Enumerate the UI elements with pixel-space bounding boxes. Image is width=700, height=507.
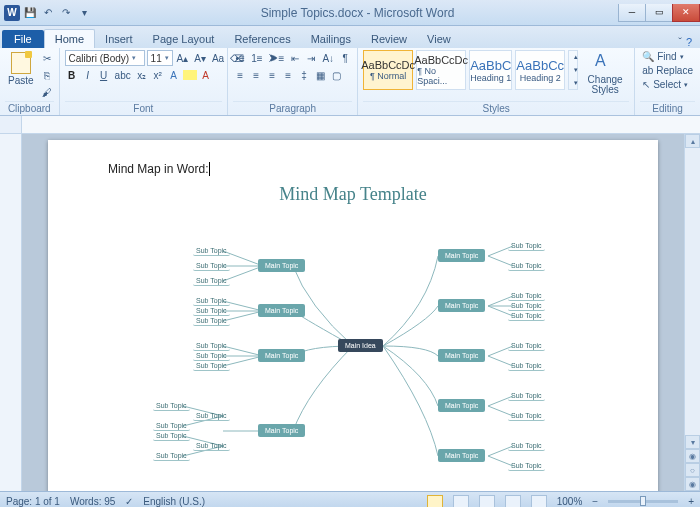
node-sub[interactable]: Sub Topic	[508, 441, 545, 451]
tab-view[interactable]: View	[417, 30, 461, 48]
node-sub[interactable]: Sub Topic	[193, 246, 230, 256]
node-sub[interactable]: Sub Topic	[508, 291, 545, 301]
format-painter-icon[interactable]: 🖌	[40, 84, 54, 100]
view-web-layout[interactable]	[479, 495, 495, 508]
scroll-down-icon[interactable]: ▾	[685, 435, 700, 449]
next-page-icon[interactable]: ◉	[685, 477, 700, 491]
zoom-level[interactable]: 100%	[557, 496, 583, 507]
node-main[interactable]: Main Topic	[438, 249, 485, 262]
tab-file[interactable]: File	[2, 30, 44, 48]
diagram-title[interactable]: Mind Map Template	[108, 184, 598, 205]
font-family-combo[interactable]: Calibri (Body)▾	[65, 50, 145, 66]
highlight-icon[interactable]	[183, 70, 197, 80]
cut-icon[interactable]: ✂	[40, 50, 54, 66]
node-sub[interactable]: Sub Topic	[193, 296, 230, 306]
bullets-icon[interactable]: •≡	[233, 50, 247, 66]
ruler-horizontal[interactable]	[0, 116, 700, 134]
style-heading-1[interactable]: AaBbCHeading 1	[469, 50, 512, 90]
node-main[interactable]: Main Topic	[258, 349, 305, 362]
node-sub[interactable]: Sub Topic	[508, 261, 545, 271]
tab-references[interactable]: References	[224, 30, 300, 48]
zoom-slider[interactable]	[608, 500, 678, 503]
grow-font-icon[interactable]: A▴	[175, 50, 191, 66]
decrease-indent-icon[interactable]: ⇤	[288, 50, 302, 66]
view-draft[interactable]	[531, 495, 547, 508]
underline-button[interactable]: U	[97, 67, 111, 83]
strikethrough-icon[interactable]: abc	[113, 67, 133, 83]
node-main[interactable]: Main Topic	[258, 259, 305, 272]
font-color-icon[interactable]: A	[199, 67, 213, 83]
document-heading[interactable]: Mind Map in Word:	[108, 162, 598, 176]
font-size-combo[interactable]: 11▾	[147, 50, 173, 66]
status-page[interactable]: Page: 1 of 1	[6, 496, 60, 507]
node-sub[interactable]: Sub Topic	[153, 431, 190, 441]
style-normal[interactable]: AaBbCcDc¶ Normal	[363, 50, 413, 90]
status-language[interactable]: English (U.S.)	[143, 496, 205, 507]
multilevel-icon[interactable]: ⮞≡	[267, 50, 287, 66]
borders-icon[interactable]: ▢	[329, 67, 343, 83]
node-main[interactable]: Main Topic	[438, 349, 485, 362]
node-sub[interactable]: Sub Topic	[153, 421, 190, 431]
superscript-icon[interactable]: x²	[151, 67, 165, 83]
node-sub[interactable]: Sub Topic	[153, 401, 190, 411]
find-button[interactable]: 🔍Find▾	[640, 50, 685, 63]
tab-mailings[interactable]: Mailings	[301, 30, 361, 48]
scroll-up-icon[interactable]: ▴	[685, 134, 700, 148]
node-sub[interactable]: Sub Topic	[508, 301, 545, 311]
node-main[interactable]: Main Topic	[258, 304, 305, 317]
align-center-icon[interactable]: ≡	[249, 67, 263, 83]
proofing-icon[interactable]: ✓	[125, 496, 133, 507]
ruler-vertical[interactable]	[0, 134, 22, 491]
style-no-spacing[interactable]: AaBbCcDc¶ No Spaci...	[416, 50, 466, 90]
node-sub[interactable]: Sub Topic	[193, 306, 230, 316]
node-sub[interactable]: Sub Topic	[508, 411, 545, 421]
tab-review[interactable]: Review	[361, 30, 417, 48]
close-button[interactable]: ✕	[672, 4, 700, 22]
node-main[interactable]: Main Topic	[438, 299, 485, 312]
replace-button[interactable]: abReplace	[640, 64, 695, 77]
node-sub[interactable]: Sub Topic	[508, 361, 545, 371]
change-styles-button[interactable]: A Change Styles	[581, 50, 629, 97]
style-heading-2[interactable]: AaBbCcHeading 2	[515, 50, 565, 90]
scrollbar-vertical[interactable]: ▴ ▾ ◉ ○ ◉	[684, 134, 700, 491]
minimize-button[interactable]: ─	[618, 4, 646, 22]
select-button[interactable]: ↖Select▾	[640, 78, 690, 91]
node-sub[interactable]: Sub Topic	[153, 451, 190, 461]
maximize-button[interactable]: ▭	[645, 4, 673, 22]
align-right-icon[interactable]: ≡	[265, 67, 279, 83]
node-sub[interactable]: Sub Topic	[508, 391, 545, 401]
sort-icon[interactable]: A↓	[320, 50, 336, 66]
status-words[interactable]: Words: 95	[70, 496, 115, 507]
tab-home[interactable]: Home	[44, 29, 95, 48]
node-center[interactable]: Main Idea	[338, 339, 383, 352]
node-sub[interactable]: Sub Topic	[508, 341, 545, 351]
numbering-icon[interactable]: 1≡	[249, 50, 264, 66]
node-sub[interactable]: Sub Topic	[193, 361, 230, 371]
page-scroll[interactable]: Mind Map in Word: Mind Map Template	[22, 134, 684, 491]
tab-insert[interactable]: Insert	[95, 30, 143, 48]
node-sub[interactable]: Sub Topic	[193, 411, 230, 421]
view-outline[interactable]	[505, 495, 521, 508]
tab-page-layout[interactable]: Page Layout	[143, 30, 225, 48]
node-sub[interactable]: Sub Topic	[193, 351, 230, 361]
page[interactable]: Mind Map in Word: Mind Map Template	[48, 140, 658, 491]
justify-icon[interactable]: ≡	[281, 67, 295, 83]
mind-map[interactable]: Main Idea Main Topic Main Topic Main Top…	[108, 211, 598, 491]
browse-object-icon[interactable]: ○	[685, 463, 700, 477]
redo-icon[interactable]: ↷	[58, 5, 74, 21]
zoom-in-icon[interactable]: +	[688, 496, 694, 507]
node-main[interactable]: Main Topic	[258, 424, 305, 437]
line-spacing-icon[interactable]: ‡	[297, 67, 311, 83]
align-left-icon[interactable]: ≡	[233, 67, 247, 83]
subscript-icon[interactable]: x₂	[135, 67, 149, 83]
node-sub[interactable]: Sub Topic	[508, 461, 545, 471]
copy-icon[interactable]: ⎘	[40, 67, 54, 83]
node-sub[interactable]: Sub Topic	[193, 341, 230, 351]
view-print-layout[interactable]	[427, 495, 443, 508]
shading-icon[interactable]: ▦	[313, 67, 327, 83]
node-main[interactable]: Main Topic	[438, 399, 485, 412]
show-marks-icon[interactable]: ¶	[338, 50, 352, 66]
paste-button[interactable]: Paste	[5, 50, 37, 88]
node-sub[interactable]: Sub Topic	[193, 261, 230, 271]
undo-icon[interactable]: ↶	[40, 5, 56, 21]
